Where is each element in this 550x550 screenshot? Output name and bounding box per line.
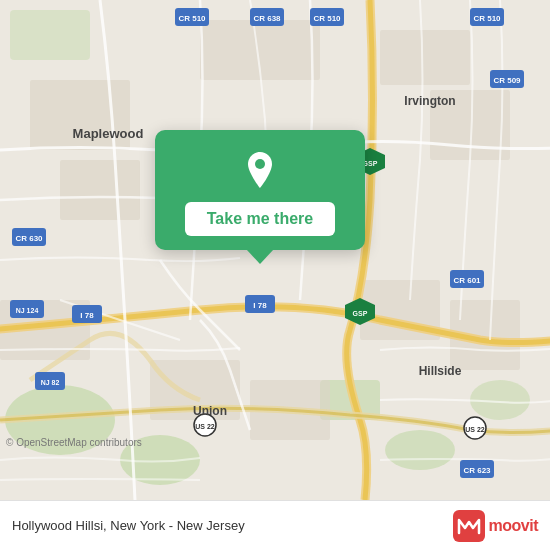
svg-text:CR 630: CR 630 bbox=[15, 234, 43, 243]
svg-text:CR 510: CR 510 bbox=[178, 14, 206, 23]
svg-text:Union: Union bbox=[193, 404, 227, 418]
moovit-text: moovit bbox=[489, 517, 538, 535]
bottom-bar: Hollywood Hillsi, New York - New Jersey … bbox=[0, 500, 550, 550]
svg-text:NJ 82: NJ 82 bbox=[41, 379, 60, 386]
svg-text:CR 638: CR 638 bbox=[253, 14, 281, 23]
svg-rect-8 bbox=[60, 160, 140, 220]
svg-text:Hillside: Hillside bbox=[419, 364, 462, 378]
svg-text:CR 601: CR 601 bbox=[453, 276, 481, 285]
svg-text:CR 623: CR 623 bbox=[463, 466, 491, 475]
svg-text:CR 510: CR 510 bbox=[313, 14, 341, 23]
svg-text:CR 510: CR 510 bbox=[473, 14, 501, 23]
svg-point-53 bbox=[255, 159, 265, 169]
osm-attribution: © OpenStreetMap contributors bbox=[6, 437, 142, 448]
svg-text:Maplewood: Maplewood bbox=[73, 126, 144, 141]
moovit-logo: moovit bbox=[453, 510, 538, 542]
moovit-logo-icon bbox=[453, 510, 485, 542]
map-background: CR 510 CR 510 CR 510 CR 638 CR 509 CR 63… bbox=[0, 0, 550, 500]
svg-text:US 22: US 22 bbox=[465, 426, 485, 433]
map-container: CR 510 CR 510 CR 510 CR 638 CR 509 CR 63… bbox=[0, 0, 550, 500]
tooltip-card: Take me there bbox=[155, 130, 365, 250]
svg-text:GSP: GSP bbox=[353, 310, 368, 317]
svg-text:US 22: US 22 bbox=[195, 423, 215, 430]
svg-text:I 78: I 78 bbox=[80, 311, 94, 320]
svg-text:CR 509: CR 509 bbox=[493, 76, 521, 85]
svg-rect-6 bbox=[10, 10, 90, 60]
svg-text:NJ 124: NJ 124 bbox=[16, 307, 39, 314]
svg-rect-10 bbox=[380, 30, 470, 85]
svg-text:Irvington: Irvington bbox=[404, 94, 455, 108]
location-pin-icon bbox=[238, 148, 282, 192]
svg-text:I 78: I 78 bbox=[253, 301, 267, 310]
svg-point-4 bbox=[385, 430, 455, 470]
location-label: Hollywood Hillsi, New York - New Jersey bbox=[12, 518, 453, 533]
take-me-there-button[interactable]: Take me there bbox=[185, 202, 335, 236]
